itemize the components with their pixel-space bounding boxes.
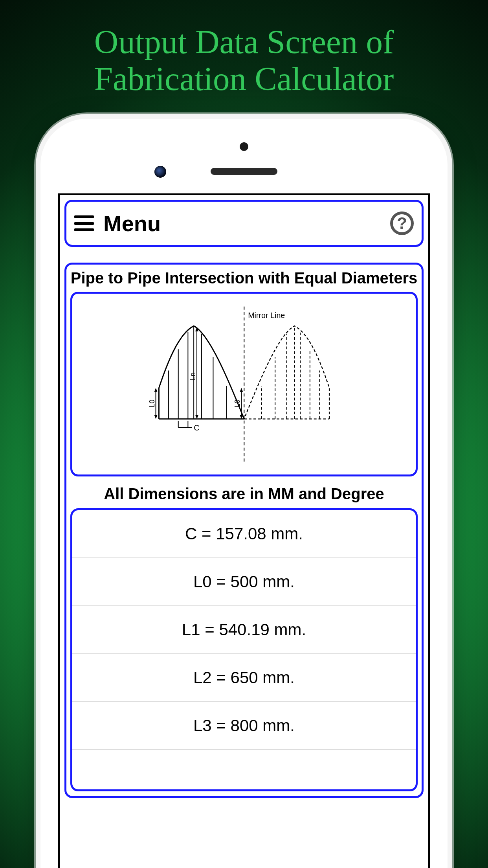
svg-marker-26 xyxy=(240,388,243,392)
dimensions-note: All Dimensions are in MM and Degree xyxy=(70,485,418,503)
hamburger-icon[interactable] xyxy=(74,215,94,231)
promo-line-1: Output Data Screen of xyxy=(94,23,394,60)
app-screen: Menu ? Pipe to Pipe Intersection with Eq… xyxy=(58,193,430,868)
svg-marker-20 xyxy=(154,388,157,392)
mirror-label: Mirror Line xyxy=(248,311,285,320)
promo-line-2: Fabrication Calculator xyxy=(94,60,394,97)
phone-frame: Menu ? Pipe to Pipe Intersection with Eq… xyxy=(36,114,452,868)
card-title: Pipe to Pipe Intersection with Equal Dia… xyxy=(70,269,418,287)
pipe-diagram: Mirror Line xyxy=(90,303,399,465)
output-card: Pipe to Pipe Intersection with Equal Dia… xyxy=(64,263,424,798)
l0-label-center: L0 xyxy=(233,399,241,407)
c-label: C xyxy=(194,423,199,432)
l0-label-left: L0 xyxy=(148,399,156,407)
svg-marker-21 xyxy=(154,415,157,419)
help-icon[interactable]: ? xyxy=(390,211,414,235)
result-row: L1 = 540.19 mm. xyxy=(72,606,416,654)
diagram-box: Mirror Line xyxy=(70,292,418,476)
phone-inner: Menu ? Pipe to Pipe Intersection with Eq… xyxy=(40,119,448,868)
camera-dot xyxy=(154,166,166,178)
promo-title: Output Data Screen of Fabrication Calcul… xyxy=(0,0,488,97)
result-row: L2 = 650 mm. xyxy=(72,654,416,702)
ln-label: Ln xyxy=(189,372,197,380)
app-header: Menu ? xyxy=(64,200,424,247)
sensor-dot xyxy=(240,142,248,151)
result-row: L0 = 500 mm. xyxy=(72,558,416,606)
result-row: L3 = 800 mm. xyxy=(72,702,416,750)
results-box: C = 157.08 mm. L0 = 500 mm. L1 = 540.19 … xyxy=(70,508,418,791)
speaker-slot xyxy=(211,168,277,175)
result-row: C = 157.08 mm. xyxy=(72,510,416,558)
result-row-empty xyxy=(72,750,416,789)
menu-label[interactable]: Menu xyxy=(103,211,161,236)
